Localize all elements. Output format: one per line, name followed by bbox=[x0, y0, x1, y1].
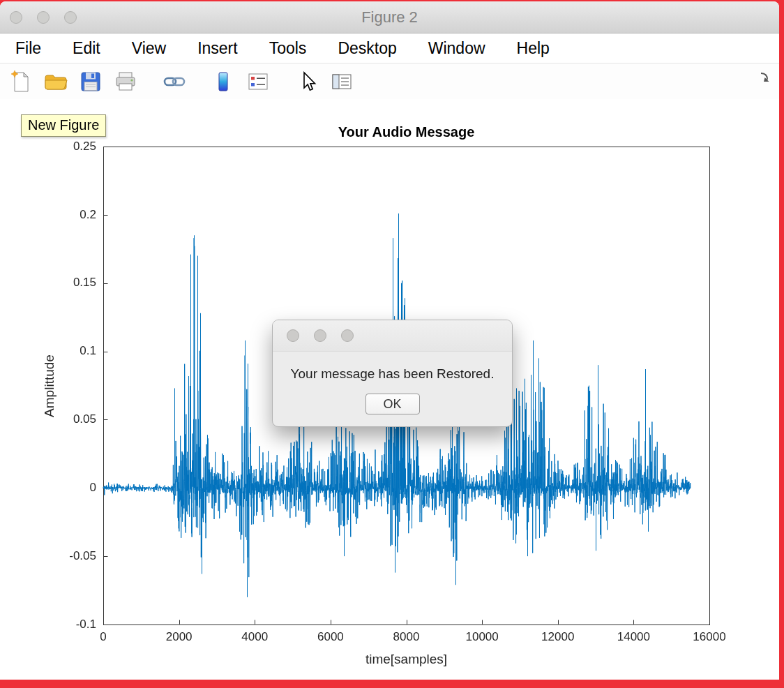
x-axis-label: time[samples] bbox=[103, 652, 709, 667]
dialog-close-button[interactable] bbox=[287, 329, 299, 342]
pointer-icon bbox=[296, 70, 317, 93]
window-title: Figure 2 bbox=[361, 8, 418, 27]
menu-edit[interactable]: Edit bbox=[73, 39, 100, 58]
new-figure-icon bbox=[10, 70, 32, 94]
menu-desktop[interactable]: Desktop bbox=[338, 39, 396, 58]
property-inspector-button[interactable] bbox=[329, 69, 354, 94]
figure-toolbar bbox=[0, 63, 779, 100]
link-icon bbox=[163, 70, 186, 93]
menu-bar: File Edit View Insert Tools Desktop Wind… bbox=[0, 33, 779, 63]
dock-arrow-icon bbox=[758, 70, 774, 86]
printer-icon bbox=[114, 70, 137, 93]
edit-plot-button[interactable] bbox=[294, 69, 319, 94]
plot-title: Your Audio Message bbox=[103, 124, 709, 140]
new-figure-tooltip: New Figure bbox=[21, 114, 106, 137]
dock-figure-button[interactable] bbox=[758, 70, 774, 86]
link-plot-button[interactable] bbox=[162, 69, 187, 94]
plot-browser-icon bbox=[331, 70, 353, 93]
colorbar-icon bbox=[212, 70, 234, 93]
legend-icon bbox=[247, 70, 269, 93]
menu-file[interactable]: File bbox=[15, 39, 41, 58]
insert-legend-button[interactable] bbox=[246, 69, 271, 94]
y-axis-label: Amplittude bbox=[40, 147, 59, 625]
menu-window[interactable]: Window bbox=[428, 39, 485, 58]
menu-insert[interactable]: Insert bbox=[197, 39, 238, 58]
dialog-zoom-button[interactable] bbox=[341, 329, 354, 342]
menu-tools[interactable]: Tools bbox=[269, 39, 307, 58]
print-figure-button[interactable] bbox=[113, 69, 138, 94]
zoom-button[interactable] bbox=[64, 11, 77, 24]
window-titlebar[interactable]: Figure 2 bbox=[0, 1, 779, 33]
traffic-lights bbox=[10, 1, 77, 33]
open-folder-icon bbox=[44, 70, 68, 93]
insert-colorbar-button[interactable] bbox=[211, 69, 236, 94]
dialog-titlebar[interactable] bbox=[273, 320, 512, 352]
new-figure-button[interactable] bbox=[8, 69, 33, 94]
desktop-background: { "window": { "title": "Figure 2" }, "me… bbox=[0, 0, 784, 688]
menu-view[interactable]: View bbox=[132, 39, 166, 58]
dialog-message: Your message has been Restored. bbox=[273, 366, 512, 382]
open-file-button[interactable] bbox=[43, 69, 68, 94]
menu-help[interactable]: Help bbox=[517, 39, 550, 58]
minimize-button[interactable] bbox=[37, 11, 50, 24]
ok-button[interactable]: OK bbox=[365, 394, 420, 414]
close-button[interactable] bbox=[10, 11, 22, 24]
figure-window: Figure 2 File Edit View Insert Tools Des… bbox=[0, 1, 779, 680]
save-figure-button[interactable] bbox=[78, 69, 103, 94]
save-icon bbox=[80, 70, 102, 93]
dialog-minimize-button[interactable] bbox=[314, 329, 326, 342]
message-dialog: Your message has been Restored. OK bbox=[272, 320, 513, 427]
